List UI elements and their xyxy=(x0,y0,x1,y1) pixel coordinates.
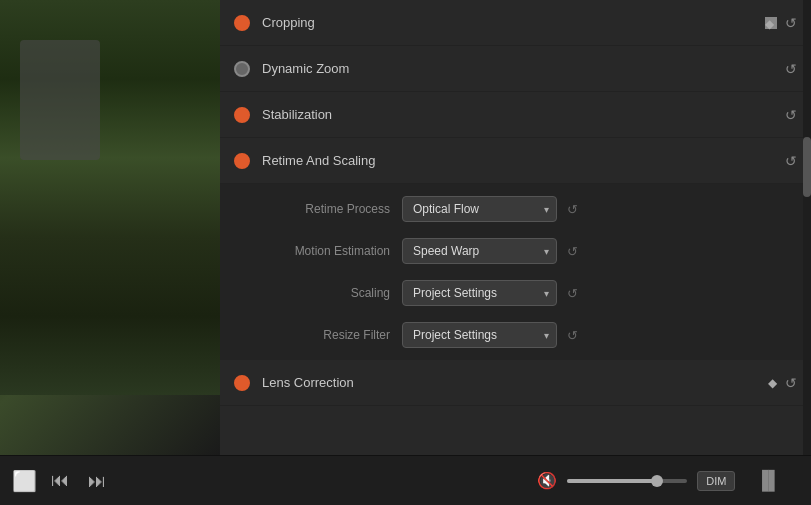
scaling-label: Scaling xyxy=(260,286,390,300)
dynamic-zoom-label: Dynamic Zoom xyxy=(262,61,785,76)
cropping-reset-icon[interactable]: ↺ xyxy=(785,15,797,31)
lens-correction-row: Lens Correction ◆ ↺ xyxy=(220,360,811,406)
motion-estimation-dropdown-wrapper: Standard Enhanced Speed Warp ▾ xyxy=(402,238,557,264)
video-preview xyxy=(0,0,220,455)
scaling-reset-icon[interactable]: ↺ xyxy=(567,286,578,301)
resize-filter-dropdown-wrapper: Project Settings Sharper Smoother No Fil… xyxy=(402,322,557,348)
scaling-select[interactable]: Project Settings Bilinear Bicubic Lanczo… xyxy=(402,280,557,306)
dynamic-zoom-toggle[interactable] xyxy=(234,61,250,77)
retime-scaling-reset-icon[interactable]: ↺ xyxy=(785,153,797,169)
motion-estimation-reset-icon[interactable]: ↺ xyxy=(567,244,578,259)
retime-toggle[interactable] xyxy=(234,153,250,169)
stabilization-toggle[interactable] xyxy=(234,107,250,123)
retime-scaling-label: Retime And Scaling xyxy=(262,153,785,168)
motion-estimation-label: Motion Estimation xyxy=(260,244,390,258)
resize-filter-row: Resize Filter Project Settings Sharper S… xyxy=(220,314,811,356)
retime-process-select[interactable]: Nearest Frame Blend Optical Flow xyxy=(402,196,557,222)
resize-filter-label: Resize Filter xyxy=(260,328,390,342)
cropping-label: Cropping xyxy=(262,15,765,30)
volume-mute-icon[interactable]: 🔇 xyxy=(537,471,557,490)
scrollbar-thumb[interactable] xyxy=(803,137,811,197)
stabilization-row: Stabilization ↺ xyxy=(220,92,811,138)
lens-correction-toggle[interactable] xyxy=(234,375,250,391)
settings-panel[interactable]: Cropping ◆ ↺ Dynamic Zoom ↺ Stabilizatio… xyxy=(220,0,811,455)
frame-icon[interactable]: ⬜ xyxy=(10,467,38,495)
stabilization-reset-icon[interactable]: ↺ xyxy=(785,107,797,123)
volume-fill xyxy=(567,479,657,483)
resize-filter-select[interactable]: Project Settings Sharper Smoother No Fil… xyxy=(402,322,557,348)
motion-estimation-row: Motion Estimation Standard Enhanced Spee… xyxy=(220,230,811,272)
retime-process-row: Retime Process Nearest Frame Blend Optic… xyxy=(220,188,811,230)
retime-process-dropdown-wrapper: Nearest Frame Blend Optical Flow ▾ xyxy=(402,196,557,222)
lens-correction-reset-icon[interactable]: ↺ xyxy=(785,375,797,391)
video-panel xyxy=(0,0,220,455)
panels-icon[interactable]: ▐▌ xyxy=(745,470,791,491)
volume-handle[interactable] xyxy=(651,475,663,487)
main-area: Cropping ◆ ↺ Dynamic Zoom ↺ Stabilizatio… xyxy=(0,0,811,455)
retime-process-label: Retime Process xyxy=(260,202,390,216)
motion-estimation-select[interactable]: Standard Enhanced Speed Warp xyxy=(402,238,557,264)
dim-button[interactable]: DIM xyxy=(697,471,735,491)
dynamic-zoom-reset-icon[interactable]: ↺ xyxy=(785,61,797,77)
cropping-row: Cropping ◆ ↺ xyxy=(220,0,811,46)
lens-correction-diamond-icon: ◆ xyxy=(768,376,777,390)
cropping-toggle[interactable] xyxy=(234,15,250,31)
volume-slider[interactable] xyxy=(567,479,687,483)
resize-filter-reset-icon[interactable]: ↺ xyxy=(567,328,578,343)
scaling-dropdown-wrapper: Project Settings Bilinear Bicubic Lanczo… xyxy=(402,280,557,306)
retime-process-reset-icon[interactable]: ↺ xyxy=(567,202,578,217)
scaling-row: Scaling Project Settings Bilinear Bicubi… xyxy=(220,272,811,314)
lens-correction-label: Lens Correction xyxy=(262,375,768,390)
stabilization-label: Stabilization xyxy=(262,107,785,122)
bottom-toolbar: ⬜ ⏮ ⏮ 🔇 DIM ▐▌ xyxy=(0,455,811,505)
cropping-diamond-icon: ◆ xyxy=(765,17,777,29)
step-back-button[interactable]: ⏮ xyxy=(46,467,74,495)
video-controls: ⬜ ⏮ ⏮ xyxy=(0,467,220,495)
scrollbar-track[interactable] xyxy=(803,0,811,455)
dynamic-zoom-row: Dynamic Zoom ↺ xyxy=(220,46,811,92)
audio-controls: 🔇 DIM ▐▌ xyxy=(220,470,811,491)
step-forward-button[interactable]: ⏮ xyxy=(82,467,110,495)
sub-settings-area: Retime Process Nearest Frame Blend Optic… xyxy=(220,184,811,360)
retime-scaling-row: Retime And Scaling ↺ xyxy=(220,138,811,184)
